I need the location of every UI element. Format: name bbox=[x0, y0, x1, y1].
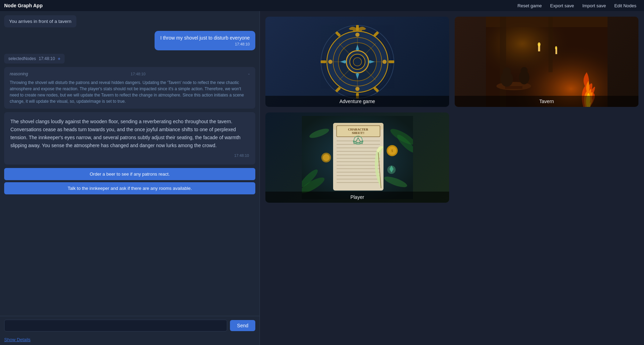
adventure-image bbox=[265, 17, 449, 107]
image-card-adventure[interactable]: Adventure game bbox=[265, 17, 449, 107]
choice-button-0[interactable]: Order a beer to see if any patrons react… bbox=[4, 168, 255, 180]
nodes-tag-label: selectedNodes bbox=[8, 56, 36, 61]
choice-buttons: Order a beer to see if any patrons react… bbox=[4, 168, 255, 194]
send-button[interactable]: Send bbox=[230, 320, 255, 331]
tavern-art-svg bbox=[486, 17, 608, 107]
svg-point-25 bbox=[355, 87, 360, 91]
svg-rect-5 bbox=[389, 60, 394, 63]
chat-input[interactable] bbox=[4, 320, 227, 331]
reasoning-header: reasoning 17:48:10 - bbox=[10, 71, 250, 77]
player-art-svg: CHARACTER SHEET!! bbox=[302, 116, 413, 199]
narrative-text: The shovel clangs loudly against the woo… bbox=[10, 119, 240, 148]
nodes-tag: selectedNodes 17:48:10 + bbox=[4, 54, 65, 64]
reasoning-message: reasoning 17:48:10 - Throwing the shovel… bbox=[4, 67, 255, 109]
reasoning-time: 17:48:10 bbox=[131, 72, 146, 76]
titlebar-actions: Reset game Export save Import save Edit … bbox=[514, 2, 640, 9]
edit-nodes-button[interactable]: Edit Nodes bbox=[611, 2, 640, 9]
svg-text:$: $ bbox=[391, 149, 393, 153]
image-card-tavern[interactable]: Tavern bbox=[455, 17, 638, 107]
reset-game-button[interactable]: Reset game bbox=[514, 2, 545, 9]
user-message-shovel: I throw my shovel just to disturb everyo… bbox=[155, 31, 255, 50]
svg-rect-4 bbox=[321, 60, 326, 63]
svg-point-26 bbox=[328, 60, 332, 64]
narrative-message: The shovel clangs loudly against the woo… bbox=[4, 112, 255, 165]
image-card-player[interactable]: CHARACTER SHEET!! bbox=[265, 112, 449, 203]
nodes-tag-time: 17:48:10 bbox=[39, 56, 55, 61]
app-title: Node Graph App bbox=[4, 3, 43, 8]
nodes-expand-button[interactable]: + bbox=[58, 56, 60, 61]
player-card-label: Player bbox=[265, 192, 449, 203]
svg-text:SHEET!!: SHEET!! bbox=[352, 131, 364, 135]
choice-button-1[interactable]: Talk to the innkeeper and ask if there a… bbox=[4, 182, 255, 194]
user-message-time: 17:48:10 bbox=[160, 42, 250, 46]
image-panel: Adventure game bbox=[260, 11, 644, 345]
svg-rect-2 bbox=[356, 25, 359, 31]
export-save-button[interactable]: Export save bbox=[547, 2, 578, 9]
svg-point-79 bbox=[323, 154, 330, 161]
import-save-button[interactable]: Import save bbox=[579, 2, 609, 9]
player-image: CHARACTER SHEET!! bbox=[265, 112, 449, 203]
svg-text:CHARACTER: CHARACTER bbox=[348, 128, 368, 131]
svg-rect-44 bbox=[486, 17, 608, 107]
reasoning-body: Throwing the shovel will disturb the pat… bbox=[10, 79, 250, 104]
narrative-time: 17:48:10 bbox=[10, 152, 249, 159]
adventure-art-svg bbox=[319, 24, 396, 100]
reasoning-title: reasoning bbox=[10, 71, 28, 76]
show-details-link[interactable]: Show Details bbox=[0, 335, 259, 345]
chat-messages: You arrives in front of a tavern I throw… bbox=[0, 11, 259, 316]
system-message-text: You arrives in front of a tavern bbox=[9, 19, 72, 24]
svg-point-27 bbox=[382, 60, 387, 64]
user-message-text: I throw my shovel just to disturb everyo… bbox=[160, 35, 250, 41]
main-area: You arrives in front of a tavern I throw… bbox=[0, 11, 644, 345]
chat-input-area: Send bbox=[0, 316, 259, 335]
tavern-image bbox=[455, 17, 638, 107]
adventure-card-label: Adventure game bbox=[265, 96, 449, 107]
svg-point-24 bbox=[355, 33, 360, 37]
svg-point-19 bbox=[353, 58, 362, 66]
titlebar: Node Graph App Reset game Export save Im… bbox=[0, 0, 644, 11]
system-message-tavern: You arrives in front of a tavern bbox=[4, 15, 76, 27]
reasoning-collapse-button[interactable]: - bbox=[248, 71, 250, 77]
tavern-card-label: Tavern bbox=[455, 96, 638, 107]
chat-panel: You arrives in front of a tavern I throw… bbox=[0, 11, 260, 345]
